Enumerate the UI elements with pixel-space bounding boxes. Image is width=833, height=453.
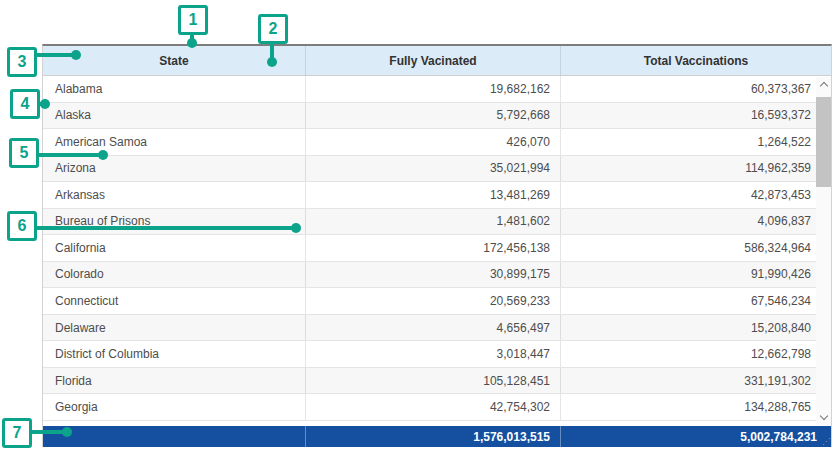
- value-cell: 35,021,994: [305, 156, 560, 182]
- value-cell: 15,208,840: [560, 315, 831, 341]
- callout-5-dot: [98, 150, 108, 160]
- value-cell: 4,096,837: [560, 209, 831, 235]
- table-row[interactable]: Delaware4,656,49715,208,840: [43, 315, 831, 342]
- table-row[interactable]: Arizona35,021,994114,962,359: [43, 156, 831, 183]
- value-cell: 60,373,367: [560, 76, 831, 102]
- value-cell: 5,792,668: [305, 103, 560, 129]
- annotated-table-screenshot: State Fully Vacinated Total Vaccinations…: [0, 0, 833, 453]
- value-cell: 16,593,372: [560, 103, 831, 129]
- value-cell: 30,899,175: [305, 262, 560, 288]
- state-cell: Georgia: [43, 394, 305, 420]
- table-row[interactable]: Alaska5,792,66816,593,372: [43, 103, 831, 130]
- state-cell: Alaska: [43, 103, 305, 129]
- callout-5-connector: [38, 153, 100, 157]
- table-row[interactable]: Arkansas13,481,26942,873,453: [43, 182, 831, 209]
- table-row[interactable]: Colorado30,899,17591,990,426: [43, 262, 831, 289]
- scrollbar-thumb[interactable]: [816, 97, 831, 187]
- value-cell: 20,569,233: [305, 288, 560, 314]
- value-cell: 331,191,302: [560, 368, 831, 394]
- column-header-total-vaccinations[interactable]: Total Vaccinations: [560, 46, 831, 75]
- table-row[interactable]: California172,456,138586,324,964: [43, 235, 831, 262]
- state-cell: District of Columbia: [43, 341, 305, 367]
- state-cell: Arkansas: [43, 182, 305, 208]
- callout-6-connector: [36, 226, 293, 230]
- resize-grip-icon[interactable]: ⋰: [822, 438, 830, 446]
- value-cell: 1,481,602: [305, 209, 560, 235]
- table-row[interactable]: Connecticut20,569,23367,546,234: [43, 288, 831, 315]
- value-cell: 13,481,269: [305, 182, 560, 208]
- value-cell: 4,656,497: [305, 315, 560, 341]
- summary-cell-total-vaccinations: 5,002,784,231: [560, 426, 831, 447]
- callout-badge-1: 1: [178, 5, 208, 35]
- value-cell: 105,128,451: [305, 368, 560, 394]
- state-cell: American Samoa: [43, 129, 305, 155]
- value-cell: 1,264,522: [560, 129, 831, 155]
- callout-badge-5: 5: [9, 138, 39, 168]
- table-header-row: State Fully Vacinated Total Vaccinations: [43, 46, 831, 76]
- value-cell: 172,456,138: [305, 235, 560, 261]
- summary-cell-empty: [43, 426, 305, 447]
- value-cell: 12,662,798: [560, 341, 831, 367]
- scroll-down-button[interactable]: [816, 410, 831, 425]
- table-summary-row: 1,576,013,515 5,002,784,231: [43, 426, 831, 447]
- callout-7-dot: [62, 427, 72, 437]
- table-row[interactable]: Alabama19,682,16260,373,367: [43, 76, 831, 103]
- callout-2-dot: [267, 57, 277, 67]
- summary-cell-fully-vacinated: 1,576,013,515: [305, 426, 560, 447]
- chevron-up-icon: [819, 82, 827, 90]
- callout-6-dot: [291, 223, 301, 233]
- state-cell: Bureau of Prisons: [43, 209, 305, 235]
- state-cell: Florida: [43, 368, 305, 394]
- value-cell: 134,288,765: [560, 394, 831, 420]
- data-table: State Fully Vacinated Total Vaccinations…: [42, 44, 832, 447]
- table-row[interactable]: Florida105,128,451331,191,302: [43, 368, 831, 395]
- table-row[interactable]: Bureau of Prisons1,481,6024,096,837: [43, 209, 831, 236]
- value-cell: 114,962,359: [560, 156, 831, 182]
- value-cell: 3,018,447: [305, 341, 560, 367]
- callout-3-connector: [36, 53, 74, 57]
- column-header-state[interactable]: State: [43, 46, 305, 75]
- callout-3-dot: [71, 50, 81, 60]
- scroll-up-button[interactable]: [816, 77, 831, 92]
- state-cell: Alabama: [43, 76, 305, 102]
- column-header-fully-vacinated[interactable]: Fully Vacinated: [305, 46, 560, 75]
- callout-badge-6: 6: [7, 211, 37, 241]
- callout-1-dot: [187, 38, 197, 48]
- vertical-scrollbar[interactable]: [816, 77, 831, 425]
- callout-7-connector: [31, 430, 65, 434]
- table-body: Alabama19,682,16260,373,367Alaska5,792,6…: [43, 76, 831, 421]
- value-cell: 91,990,426: [560, 262, 831, 288]
- callout-4-dot: [40, 99, 50, 109]
- value-cell: 42,754,302: [305, 394, 560, 420]
- value-cell: 586,324,964: [560, 235, 831, 261]
- state-cell: Delaware: [43, 315, 305, 341]
- callout-badge-3: 3: [7, 47, 37, 77]
- state-cell: Connecticut: [43, 288, 305, 314]
- chevron-down-icon: [819, 412, 827, 420]
- table-row[interactable]: District of Columbia3,018,44712,662,798: [43, 341, 831, 368]
- value-cell: 67,546,234: [560, 288, 831, 314]
- table-row[interactable]: Georgia42,754,302134,288,765: [43, 394, 831, 421]
- callout-badge-7: 7: [2, 418, 32, 448]
- callout-badge-2: 2: [258, 14, 288, 44]
- state-cell: Arizona: [43, 156, 305, 182]
- callout-badge-4: 4: [10, 89, 40, 119]
- value-cell: 19,682,162: [305, 76, 560, 102]
- state-cell: California: [43, 235, 305, 261]
- value-cell: 426,070: [305, 129, 560, 155]
- table-row[interactable]: American Samoa426,0701,264,522: [43, 129, 831, 156]
- value-cell: 42,873,453: [560, 182, 831, 208]
- state-cell: Colorado: [43, 262, 305, 288]
